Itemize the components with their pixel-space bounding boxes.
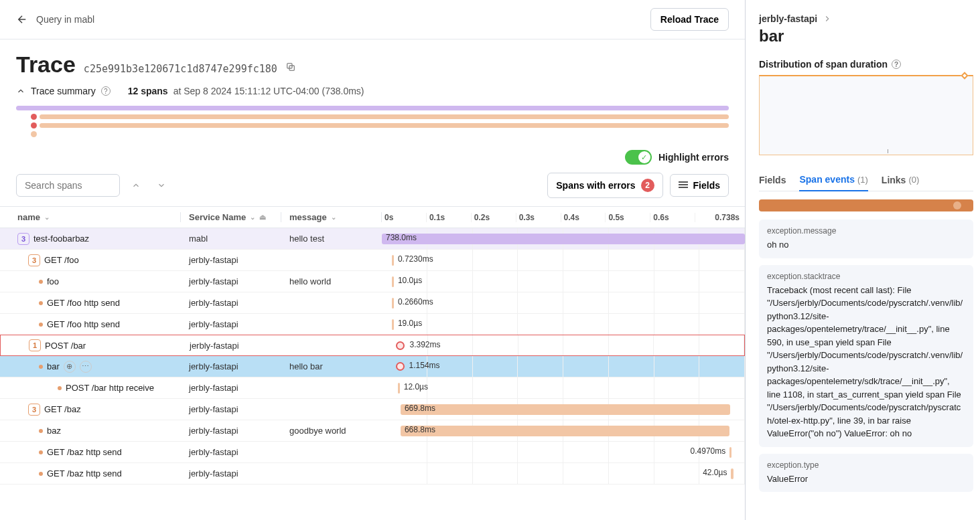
- span-row[interactable]: 3GET /foojerbly-fastapi0.7230ms: [0, 250, 745, 271]
- duration-bar: [392, 319, 394, 330]
- duration-bar: [398, 383, 400, 394]
- span-name: GET /baz http send: [47, 447, 122, 457]
- span-row[interactable]: POST /bar http receivejerbly-fastapi12.0…: [0, 377, 745, 399]
- zoom-icon[interactable]: ⊕: [64, 361, 76, 373]
- time-tick: 0.5s: [606, 213, 650, 222]
- sidebar-breadcrumb[interactable]: jerbly-fastapi: [759, 13, 973, 24]
- span-name: bar: [47, 361, 60, 371]
- time-tick: 0.6s: [650, 213, 695, 222]
- spans-with-errors-button[interactable]: Spans with errors 2: [547, 173, 662, 198]
- chevron-down-icon: ⌄: [250, 213, 255, 221]
- time-tick: 0.1s: [427, 213, 472, 222]
- span-name-cell: GET /baz http send: [0, 447, 181, 457]
- tab-span-events[interactable]: Span events(1): [799, 169, 867, 191]
- timeline-cell: 669.8ms: [382, 399, 745, 420]
- exception-stacktrace-key: exception.stacktrace: [767, 272, 965, 281]
- timeline-cell: 10.0µs: [382, 271, 745, 292]
- span-name-cell: 3GET /baz: [0, 404, 181, 416]
- service-cell: jerbly-fastapi: [181, 255, 281, 265]
- prev-result-icon[interactable]: [127, 176, 145, 195]
- span-row[interactable]: bazjerbly-fastapigoodbye world668.8ms: [0, 420, 745, 442]
- reload-trace-button[interactable]: Reload Trace: [650, 8, 729, 31]
- chevron-down-icon: ⌄: [331, 213, 336, 221]
- duration-bar: [392, 255, 394, 266]
- search-spans-input[interactable]: [16, 174, 120, 197]
- duration-label: 0.7230ms: [398, 254, 433, 264]
- child-count-badge[interactable]: 3: [28, 254, 40, 266]
- duration-label: 3.392ms: [409, 340, 440, 349]
- span-row[interactable]: GET /baz http sendjerbly-fastapi42.0µs: [0, 463, 745, 485]
- timeline-cell: 42.0µs: [382, 463, 745, 484]
- col-service[interactable]: Service Name⌄⏏: [181, 212, 281, 222]
- duration-label: 19.0µs: [398, 319, 422, 328]
- table-header: name⌄ Service Name⌄⏏ message⌄ 0s0.1s0.2s…: [0, 207, 745, 228]
- next-result-icon[interactable]: [152, 176, 171, 195]
- check-icon: ✓: [638, 151, 650, 163]
- more-icon[interactable]: ⋯: [80, 361, 92, 373]
- leaf-dot-icon: [39, 280, 43, 284]
- time-tick: 0s: [382, 213, 427, 222]
- spans-with-errors-label: Spans with errors: [556, 180, 635, 191]
- collapse-summary-icon[interactable]: [16, 86, 25, 96]
- highlight-errors-label: Highlight errors: [658, 152, 729, 163]
- span-table: name⌄ Service Name⌄⏏ message⌄ 0s0.1s0.2s…: [0, 206, 745, 520]
- leaf-dot-icon: [39, 450, 43, 454]
- fields-button[interactable]: Fields: [670, 174, 729, 197]
- timeline-cell: 0.4970ms: [382, 442, 745, 462]
- span-name-cell: POST /bar http receive: [0, 383, 181, 393]
- child-count-badge[interactable]: 3: [17, 233, 29, 245]
- highlight-errors-toggle[interactable]: ✓: [625, 150, 652, 165]
- child-count-badge[interactable]: 1: [29, 339, 41, 351]
- span-row[interactable]: GET /foo http sendjerbly-fastapi0.2660ms: [0, 292, 745, 314]
- error-dot-icon: [31, 122, 37, 128]
- help-icon[interactable]: ?: [892, 60, 901, 69]
- span-name: foo: [47, 276, 59, 286]
- span-name-cell: GET /foo http send: [0, 298, 181, 308]
- time-tick: 0.2s: [472, 213, 516, 222]
- trace-id: c25e991b3e120671c1d8747e299fc180: [84, 63, 277, 75]
- span-row[interactable]: bar⊕⋯jerbly-fastapihello bar1.154ms: [0, 356, 745, 377]
- span-row[interactable]: 1POST /barjerbly-fastapi3.392ms: [0, 335, 745, 356]
- col-name[interactable]: name⌄: [0, 212, 181, 222]
- tab-fields[interactable]: Fields: [759, 169, 786, 191]
- span-name-cell: GET /baz http send: [0, 468, 181, 479]
- service-cell: jerbly-fastapi: [181, 426, 281, 436]
- error-dot-icon: [31, 114, 37, 120]
- span-row[interactable]: 3GET /bazjerbly-fastapi669.8ms: [0, 399, 745, 420]
- span-dot-icon: [31, 131, 37, 137]
- span-name-cell: bar⊕⋯: [0, 361, 181, 373]
- time-tick: 0.3s: [516, 213, 561, 222]
- span-name: POST /bar: [45, 341, 86, 351]
- duration-label: 0.4970ms: [691, 446, 726, 456]
- duration-label: 42.0µs: [703, 468, 727, 477]
- distribution-chart[interactable]: [759, 75, 973, 155]
- sidebar-tabs: Fields Span events(1) Links(0): [759, 169, 973, 191]
- chevron-right-icon: [823, 14, 832, 23]
- col-message[interactable]: message⌄: [281, 212, 382, 222]
- child-count-badge[interactable]: 3: [28, 404, 40, 416]
- span-name: GET /foo http send: [47, 319, 120, 329]
- span-name: GET /baz: [44, 404, 81, 414]
- span-row[interactable]: GET /baz http sendjerbly-fastapi0.4970ms: [0, 442, 745, 463]
- back-arrow-icon[interactable]: [16, 13, 28, 25]
- service-cell: jerbly-fastapi: [181, 468, 281, 479]
- span-row[interactable]: GET /foo http sendjerbly-fastapi19.0µs: [0, 314, 745, 335]
- timeline-cell: 0.7230ms: [382, 250, 745, 270]
- duration-label: 10.0µs: [398, 276, 422, 285]
- span-row[interactable]: foojerbly-fastapihello world10.0µs: [0, 271, 745, 292]
- breadcrumb[interactable]: Query in mabl: [36, 14, 94, 25]
- help-icon[interactable]: ?: [101, 86, 111, 96]
- leaf-dot-icon: [39, 472, 43, 476]
- duration-label: 668.8ms: [405, 425, 435, 434]
- duration-label: 669.8ms: [405, 404, 435, 413]
- span-row[interactable]: 3test-foobarbazmablhello test738.0ms: [0, 228, 745, 250]
- tab-links[interactable]: Links(0): [882, 169, 919, 191]
- event-marker-icon: [953, 201, 961, 209]
- event-timeline[interactable]: [759, 199, 973, 211]
- timeline-cell: 12.0µs: [382, 377, 745, 398]
- leaf-dot-icon: [58, 386, 62, 390]
- sidebar-service: jerbly-fastapi: [759, 13, 817, 24]
- error-count-badge: 2: [641, 179, 654, 192]
- duration-bar: [392, 276, 394, 287]
- copy-icon[interactable]: [285, 62, 296, 72]
